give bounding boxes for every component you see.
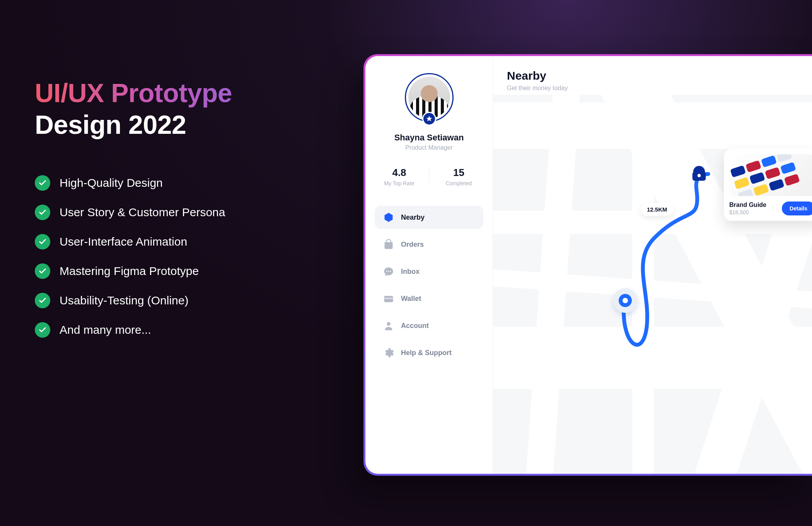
feature-item: Mastering Figma Prototype: [35, 263, 329, 279]
distance-chip: 12.5KM: [641, 203, 674, 216]
check-icon: [35, 293, 50, 308]
feature-item: User Story & Customer Persona: [35, 205, 329, 220]
sidebar: Shayna Setiawan Product Manager 4.8 My T…: [365, 56, 493, 474]
user-icon: [383, 320, 394, 331]
user-role: Product Manager: [405, 144, 453, 151]
feature-item: User-Interface Animation: [35, 234, 329, 249]
app: Shayna Setiawan Product Manager 4.8 My T…: [365, 56, 812, 474]
feature-item: Usability-Testing (Online): [35, 293, 329, 308]
user-name: Shayna Setiawan: [394, 133, 464, 143]
svg-rect-5: [384, 298, 393, 299]
app-mockup-frame: Shayna Setiawan Product Manager 4.8 My T…: [363, 54, 812, 476]
feature-item: High-Quality Design: [35, 175, 329, 191]
user-stats: 4.8 My Top Rate 15 Completed: [375, 167, 483, 186]
details-button[interactable]: Details: [782, 202, 812, 215]
nav-inbox[interactable]: Inbox: [375, 260, 483, 283]
hero-headline: UI/UX Prototype Design 2022: [35, 77, 329, 140]
gear-icon: [383, 347, 394, 358]
stat-rate: 4.8 My Top Rate: [376, 167, 423, 186]
hero-title-white: Design 2022: [35, 109, 329, 141]
nav-account[interactable]: Account: [375, 314, 483, 337]
bag-icon: [383, 239, 394, 250]
destination-pin-icon[interactable]: [690, 165, 708, 183]
page-title: Nearby: [507, 69, 812, 82]
nearby-icon: [383, 212, 394, 223]
wallet-icon: [383, 293, 394, 304]
user-location-pin[interactable]: [613, 288, 638, 313]
check-icon: [35, 263, 50, 279]
card-price: $18,500: [729, 209, 766, 215]
page-subtitle: Get their money today: [507, 85, 812, 92]
nav-orders[interactable]: Orders: [375, 233, 483, 256]
chat-icon: [383, 266, 394, 277]
nearby-info-card[interactable]: Brand Guide $18,500 Details: [724, 149, 812, 221]
svg-point-8: [698, 174, 701, 177]
hero-title-gradient: UI/UX Prototype: [35, 77, 329, 109]
feature-item: And many more...: [35, 322, 329, 338]
check-icon: [35, 205, 50, 220]
svg-marker-0: [426, 116, 432, 121]
svg-point-6: [387, 322, 390, 326]
nav-nearby[interactable]: Nearby: [375, 206, 483, 229]
svg-point-3: [390, 271, 391, 272]
card-title: Brand Guide: [729, 202, 766, 208]
main-panel: Nearby Get their money today 12.5KM: [493, 56, 812, 474]
sidebar-nav: Nearby Orders Inbox Wallet Account: [375, 206, 483, 368]
card-thumbnail: [729, 154, 812, 196]
avatar[interactable]: [405, 73, 454, 122]
hero-panel: UI/UX Prototype Design 2022 High-Quality…: [35, 77, 329, 352]
map-canvas[interactable]: 12.5KM Brand Guide $18,500: [493, 95, 812, 474]
stat-completed: 15 Completed: [436, 167, 482, 186]
check-icon: [35, 322, 50, 338]
check-icon: [35, 175, 50, 191]
feature-list: High-Quality Design User Story & Custome…: [35, 175, 329, 338]
check-icon: [35, 234, 50, 249]
svg-point-1: [386, 271, 387, 272]
svg-point-2: [388, 271, 389, 272]
nav-wallet[interactable]: Wallet: [375, 287, 483, 310]
nav-help[interactable]: Help & Support: [375, 341, 483, 364]
verified-badge-icon: [422, 112, 436, 126]
